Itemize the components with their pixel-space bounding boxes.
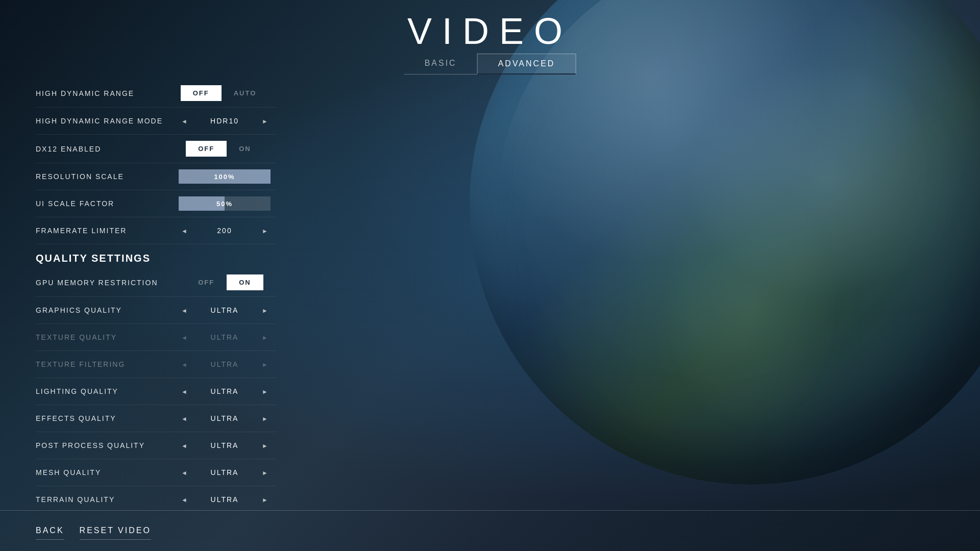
reset-video-button[interactable]: RESET VIDEO [80,522,151,540]
toggle-hdr: OFF AUTO [181,85,269,101]
control-mesh-quality: ULTRA [174,465,276,480]
row-post-process: POST PROCESS QUALITY ULTRA [36,432,276,459]
arrow-hdr-mode-left[interactable] [179,114,190,128]
row-lighting-quality: LIGHTING QUALITY ULTRA [36,378,276,405]
toggle-dx12: OFF ON [186,141,263,157]
arrow-graphics-quality: ULTRA [179,303,271,317]
arrow-post-process-left[interactable] [179,438,190,453]
arrow-texture-quality-left[interactable] [179,330,190,344]
label-high-dynamic-range: HIGH DYNAMIC RANGE [36,89,174,97]
label-lighting-quality: LIGHTING QUALITY [36,387,174,395]
row-framerate-limiter: FRAMERATE LIMITER 200 [36,217,276,244]
toggle-gpu-memory-on[interactable]: ON [227,274,263,290]
toggle-gpu-memory: OFF ON [186,274,263,290]
arrow-mesh-quality: ULTRA [179,465,271,480]
arrow-framerate: 200 [179,223,271,238]
control-framerate-limiter: 200 [174,223,276,238]
arrow-graphics-quality-right[interactable] [259,303,271,317]
arrow-texture-filtering: ULTRA [179,357,271,371]
arrow-lighting-quality-right[interactable] [259,384,271,398]
toggle-hdr-auto[interactable]: AUTO [222,85,269,101]
arrow-framerate-right[interactable] [259,223,271,238]
arrow-lighting-quality: ULTRA [179,384,271,398]
control-dx12: OFF ON [174,141,276,157]
control-lighting-quality: ULTRA [174,384,276,398]
value-texture-quality: ULTRA [204,333,245,341]
label-framerate-limiter: FRAMERATE LIMITER [36,227,174,235]
slider-resolution-value: 100% [179,173,271,181]
control-texture-filtering: ULTRA [174,357,276,371]
value-mesh-quality: ULTRA [204,468,245,477]
control-resolution-scale: 100% [174,169,276,184]
value-framerate: 200 [204,227,245,235]
arrow-effects-quality-right[interactable] [259,411,271,425]
tab-bar: BASIC ADVANCED [404,54,576,74]
slider-resolution[interactable]: 100% [179,169,271,184]
arrow-post-process: ULTRA [179,438,271,453]
toggle-dx12-on[interactable]: ON [227,141,263,157]
toggle-hdr-off[interactable]: OFF [181,85,222,101]
value-post-process: ULTRA [204,441,245,449]
control-gpu-memory: OFF ON [174,274,276,290]
arrow-post-process-right[interactable] [259,438,271,453]
row-high-dynamic-range: HIGH DYNAMIC RANGE OFF AUTO [36,79,276,108]
row-graphics-quality: GRAPHICS QUALITY ULTRA [36,297,276,324]
value-effects-quality: ULTRA [204,414,245,422]
label-texture-quality: TEXTURE QUALITY [36,333,174,341]
arrow-effects-quality-left[interactable] [179,411,190,425]
arrow-texture-filtering-right[interactable] [259,357,271,371]
value-lighting-quality: ULTRA [204,387,245,395]
arrow-graphics-quality-left[interactable] [179,303,190,317]
back-button[interactable]: BACK [36,522,64,540]
arrow-texture-filtering-left[interactable] [179,357,190,371]
control-terrain-quality: ULTRA [174,492,276,505]
toggle-gpu-memory-off[interactable]: OFF [186,274,227,290]
label-texture-filtering: TEXTURE FILTERING [36,360,174,368]
arrow-lighting-quality-left[interactable] [179,384,190,398]
row-hdr-mode: HIGH DYNAMIC RANGE MODE HDR10 [36,108,276,135]
control-graphics-quality: ULTRA [174,303,276,317]
arrow-terrain-quality-right[interactable] [259,492,271,505]
control-post-process: ULTRA [174,438,276,453]
row-dx12: DX12 ENABLED OFF ON [36,135,276,163]
row-mesh-quality: MESH QUALITY ULTRA [36,459,276,486]
arrow-mesh-quality-right[interactable] [259,465,271,480]
tab-advanced[interactable]: ADVANCED [477,54,576,74]
row-resolution-scale: RESOLUTION SCALE 100% [36,163,276,190]
label-gpu-memory: GPU MEMORY RESTRICTION [36,279,174,287]
label-effects-quality: EFFECTS QUALITY [36,414,174,422]
slider-ui-scale-track: 50% [179,196,271,211]
label-dx12: DX12 ENABLED [36,145,174,153]
value-graphics-quality: ULTRA [204,306,245,314]
slider-resolution-track: 100% [179,169,271,184]
slider-ui-scale[interactable]: 50% [179,196,271,211]
arrow-texture-quality: ULTRA [179,330,271,344]
section-quality-label: QUALITY SETTINGS [36,253,151,264]
slider-ui-scale-value: 50% [179,200,271,208]
control-high-dynamic-range: OFF AUTO [174,85,276,101]
section-quality-settings: QUALITY SETTINGS [36,244,276,268]
arrow-texture-quality-right[interactable] [259,330,271,344]
toggle-dx12-off[interactable]: OFF [186,141,227,157]
label-post-process: POST PROCESS QUALITY [36,441,174,449]
arrow-mesh-quality-left[interactable] [179,465,190,480]
page-title: VIDEO [407,10,573,52]
value-texture-filtering: ULTRA [204,360,245,368]
arrow-hdr-mode-right[interactable] [259,114,271,128]
arrow-effects-quality: ULTRA [179,411,271,425]
arrow-framerate-left[interactable] [179,223,190,238]
row-gpu-memory: GPU MEMORY RESTRICTION OFF ON [36,268,276,297]
arrow-hdr-mode: HDR10 [179,114,271,128]
row-terrain-quality: TERRAIN QUALITY ULTRA [36,486,276,505]
bottom-bar: BACK RESET VIDEO [0,510,980,551]
label-graphics-quality: GRAPHICS QUALITY [36,306,174,314]
row-texture-quality: TEXTURE QUALITY ULTRA [36,324,276,351]
settings-panel: HIGH DYNAMIC RANGE OFF AUTO HIGH DYNAMIC… [36,79,281,505]
row-texture-filtering: TEXTURE FILTERING ULTRA [36,351,276,378]
tab-basic[interactable]: BASIC [404,54,477,74]
scroll-container[interactable]: HIGH DYNAMIC RANGE OFF AUTO HIGH DYNAMIC… [36,79,281,505]
control-texture-quality: ULTRA [174,330,276,344]
arrow-terrain-quality-left[interactable] [179,492,190,505]
row-ui-scale: UI SCALE FACTOR 50% [36,190,276,217]
control-hdr-mode: HDR10 [174,114,276,128]
